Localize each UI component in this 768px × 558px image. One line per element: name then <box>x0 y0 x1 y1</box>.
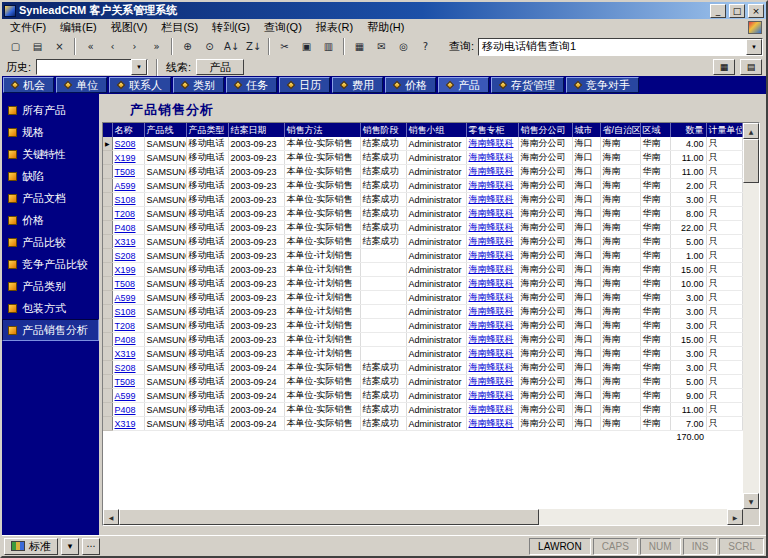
cut-icon[interactable]: ✂ <box>274 37 295 56</box>
record-link[interactable]: X319 <box>115 237 136 247</box>
table-row[interactable]: A599SAMSUNG移动电话2003-09-24本单位-实际销售结案成功Adm… <box>103 389 742 403</box>
record-link[interactable]: 海南蜂联科 <box>469 334 514 344</box>
record-link[interactable]: S208 <box>115 363 136 373</box>
sidebar-item-7[interactable]: 产品比较 <box>2 231 99 253</box>
record-link[interactable]: A599 <box>115 293 136 303</box>
next-record-icon[interactable]: › <box>124 37 145 56</box>
tab-8[interactable]: 价格 <box>385 77 436 93</box>
query-dropdown-icon[interactable]: ▼ <box>746 39 762 55</box>
record-link[interactable]: X199 <box>115 265 136 275</box>
table-row[interactable]: X199SAMSUNG移动电话2003-09-23本单位-实际销售结案成功Adm… <box>103 151 742 165</box>
table-row[interactable]: X199SAMSUNG移动电话2003-09-23本单位-计划销售Adminis… <box>103 263 742 277</box>
table-row[interactable]: S208SAMSUNG移动电话2003-09-23本单位-计划销售Adminis… <box>103 249 742 263</box>
menu-item-2[interactable]: 编辑(E) <box>53 19 104 36</box>
table-row[interactable]: ▶S208SAMSUNG移动电话2003-09-23本单位-实际销售结案成功Ad… <box>103 137 742 151</box>
record-link[interactable]: 海南蜂联科 <box>469 418 514 428</box>
last-record-icon[interactable]: » <box>146 37 167 56</box>
sort-ascending-icon[interactable]: A↓ <box>221 37 242 56</box>
table-row[interactable]: X319SAMSUNG移动电话2003-09-23本单位-实际销售结案成功Adm… <box>103 235 742 249</box>
tab-2[interactable]: 单位 <box>56 77 107 93</box>
menu-item-4[interactable]: 栏目(S) <box>154 19 205 36</box>
sidebar-item-9[interactable]: 产品类别 <box>2 275 99 297</box>
record-link[interactable]: T208 <box>115 209 136 219</box>
sidebar-item-2[interactable]: 规格 <box>2 121 99 143</box>
scroll-right-icon[interactable]: ▶ <box>727 509 743 525</box>
more-options-icon[interactable]: ⋯ <box>82 538 100 555</box>
record-link[interactable]: 海南蜂联科 <box>469 390 514 400</box>
record-link[interactable]: 海南蜂联科 <box>469 292 514 302</box>
record-link[interactable]: 海南蜂联科 <box>469 278 514 288</box>
tab-1[interactable]: 机会 <box>3 77 54 93</box>
record-link[interactable]: T508 <box>115 279 136 289</box>
record-link[interactable]: T508 <box>115 377 136 387</box>
binoculars-find-icon[interactable]: ◎ <box>393 37 414 56</box>
record-link[interactable]: S108 <box>115 307 136 317</box>
table-row[interactable]: P408SAMSUNG移动电话2003-09-24本单位-实际销售结案成功Adm… <box>103 403 742 417</box>
sidebar-item-3[interactable]: 关键特性 <box>2 143 99 165</box>
record-link[interactable]: X319 <box>115 419 136 429</box>
print-icon[interactable]: ▤ <box>27 37 48 56</box>
tab-11[interactable]: 竞争对手 <box>566 77 639 93</box>
record-link[interactable]: X199 <box>115 153 136 163</box>
record-link[interactable]: 海南蜂联科 <box>469 138 514 148</box>
column-header-1[interactable]: 名称 <box>112 123 144 137</box>
style-dropdown-icon[interactable]: ▾ <box>61 538 79 555</box>
sidebar-item-1[interactable]: 所有产品 <box>2 99 99 121</box>
column-header-3[interactable]: 产品类型 <box>186 123 228 137</box>
grid-view-icon[interactable]: ▦ <box>349 37 370 56</box>
tab-3[interactable]: 联系人 <box>109 77 171 93</box>
query-combobox[interactable]: 移动电话销售查询1 ▼ <box>478 38 763 56</box>
scroll-down-icon[interactable]: ▼ <box>743 493 759 509</box>
record-link[interactable]: T208 <box>115 321 136 331</box>
tab-7[interactable]: 费用 <box>332 77 383 93</box>
menu-item-3[interactable]: 视图(V) <box>104 19 155 36</box>
menu-item-7[interactable]: 报表(R) <box>309 19 360 36</box>
menu-item-8[interactable]: 帮助(H) <box>360 19 411 36</box>
previous-record-icon[interactable]: ‹ <box>102 37 123 56</box>
table-row[interactable]: T508SAMSUNG移动电话2003-09-24本单位-实际销售结案成功Adm… <box>103 375 742 389</box>
column-header-14[interactable]: 计量单位 <box>706 123 742 137</box>
table-row[interactable]: T208SAMSUNG移动电话2003-09-23本单位-实际销售结案成功Adm… <box>103 207 742 221</box>
close-button[interactable]: × <box>748 4 764 18</box>
record-link[interactable]: 海南蜂联科 <box>469 208 514 218</box>
sidebar-item-11[interactable]: 产品销售分析 <box>2 319 99 341</box>
record-link[interactable]: P408 <box>115 223 136 233</box>
table-row[interactable]: T508SAMSUNG移动电话2003-09-23本单位-实际销售结案成功Adm… <box>103 165 742 179</box>
record-link[interactable]: 海南蜂联科 <box>469 222 514 232</box>
tab-5[interactable]: 任务 <box>226 77 277 93</box>
tab-6[interactable]: 日历 <box>279 77 330 93</box>
tab-4[interactable]: 类别 <box>173 77 224 93</box>
record-link[interactable]: 海南蜂联科 <box>469 180 514 190</box>
column-header-10[interactable]: 城市 <box>572 123 600 137</box>
record-link[interactable]: 海南蜂联科 <box>469 404 514 414</box>
sort-descending-icon[interactable]: Z↓ <box>243 37 264 56</box>
style-button[interactable]: 标准 <box>4 538 58 555</box>
maximize-button[interactable]: □ <box>729 4 745 18</box>
zoom-icon[interactable]: ⊕ <box>177 37 198 56</box>
column-header-7[interactable]: 销售小组 <box>406 123 466 137</box>
new-record-icon[interactable]: ▢ <box>5 37 26 56</box>
record-link[interactable]: 海南蜂联科 <box>469 306 514 316</box>
table-row[interactable]: S108SAMSUNG移动电话2003-09-23本单位-计划销售Adminis… <box>103 305 742 319</box>
vertical-scroll-thumb[interactable] <box>743 139 759 183</box>
record-link[interactable]: 海南蜂联科 <box>469 362 514 372</box>
table-row[interactable]: A599SAMSUNG移动电话2003-09-23本单位-实际销售结案成功Adm… <box>103 179 742 193</box>
record-link[interactable]: 海南蜂联科 <box>469 320 514 330</box>
record-link[interactable]: A599 <box>115 391 136 401</box>
horizontal-scrollbar[interactable]: ◀ ▶ <box>103 509 743 525</box>
help-icon[interactable]: ? <box>415 37 436 56</box>
table-row[interactable]: X319SAMSUNG移动电话2003-09-24本单位-实际销售结案成功Adm… <box>103 417 742 431</box>
history-dropdown-icon[interactable]: ▼ <box>131 59 147 75</box>
record-link[interactable]: 海南蜂联科 <box>469 152 514 162</box>
column-header-4[interactable]: 结案日期 <box>228 123 284 137</box>
product-filter-button[interactable]: 产品 <box>196 59 244 75</box>
table-row[interactable]: X319SAMSUNG移动电话2003-09-23本单位-计划销售Adminis… <box>103 347 742 361</box>
column-header-12[interactable]: 区域 <box>640 123 670 137</box>
column-header-2[interactable]: 产品线 <box>144 123 186 137</box>
record-link[interactable]: X319 <box>115 349 136 359</box>
column-header-5[interactable]: 销售方法 <box>284 123 360 137</box>
menu-item-6[interactable]: 查询(Q) <box>257 19 309 36</box>
record-link[interactable]: 海南蜂联科 <box>469 166 514 176</box>
paste-icon[interactable]: ▥ <box>318 37 339 56</box>
sidebar-item-4[interactable]: 缺陷 <box>2 165 99 187</box>
